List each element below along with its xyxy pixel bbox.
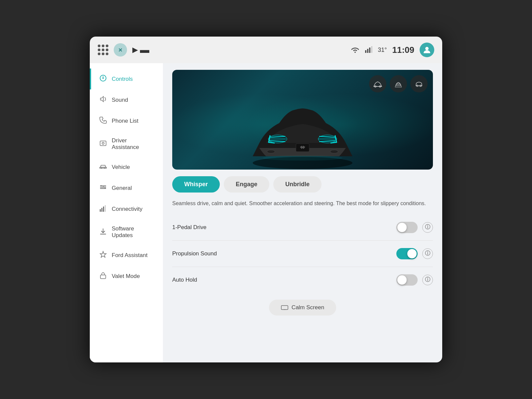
drive-mode-tabs: Whisper Engage Unbridle [172, 176, 433, 193]
svg-point-4 [425, 47, 429, 50]
sidebar-item-phone-list[interactable]: Phone List [90, 110, 163, 131]
mode-description: Seamless drive, calm and quiet. Smoother… [172, 199, 433, 208]
car-controls-overlay [369, 75, 428, 92]
svg-rect-20 [103, 206, 104, 212]
sidebar-item-valet-mode[interactable]: Valet Mode [90, 266, 163, 287]
user-avatar[interactable] [420, 43, 434, 57]
top-bar: × ▶▬ 31° 11:09 [90, 37, 442, 63]
svg-point-7 [102, 77, 104, 79]
close-button[interactable]: × [114, 43, 127, 57]
sidebar-item-software-updates[interactable]: Software Updates [90, 219, 163, 245]
sidebar-item-driver-assistance[interactable]: Driver Assistance [90, 131, 163, 157]
car-ctrl-top-btn[interactable] [410, 75, 428, 92]
sidebar-label-connectivity: Connectivity [112, 206, 143, 212]
propulsion-sound-info-btn[interactable]: ⓘ [422, 248, 433, 259]
driver-assistance-icon [99, 140, 107, 149]
sidebar-item-connectivity[interactable]: Connectivity [90, 199, 163, 219]
temperature-display: 31° [378, 47, 387, 54]
svg-rect-0 [365, 50, 366, 53]
media-icon[interactable]: ▶▬ [132, 45, 149, 55]
setting-row-one-pedal-drive: 1-Pedal Drive ⓘ [172, 214, 433, 241]
wifi-icon [350, 46, 360, 54]
main-content: Controls Sound Phone List [90, 63, 442, 362]
ford-assistant-icon [99, 251, 107, 260]
sidebar-label-ford-assistant: Ford Assistant [112, 252, 148, 259]
sidebar-label-phone-list: Phone List [112, 118, 138, 124]
vehicle-icon [99, 163, 107, 172]
svg-rect-23 [100, 275, 106, 279]
svg-rect-43 [281, 306, 288, 310]
sidebar-item-ford-assistant[interactable]: Ford Assistant [90, 245, 163, 266]
sidebar-label-software-updates: Software Updates [112, 225, 155, 239]
tab-unbridle[interactable]: Unbridle [273, 176, 322, 193]
settings-section: 1-Pedal Drive ⓘ Propulsion Sound ⓘ [172, 214, 433, 293]
grid-icon[interactable] [98, 45, 108, 55]
setting-row-propulsion-sound: Propulsion Sound ⓘ [172, 241, 433, 267]
one-pedal-drive-label: 1-Pedal Drive [172, 224, 396, 231]
car-ctrl-exterior-btn[interactable] [369, 75, 386, 92]
svg-rect-2 [369, 48, 370, 53]
svg-point-11 [104, 168, 105, 169]
svg-rect-21 [105, 205, 106, 212]
car-ctrl-interior-btn[interactable] [390, 75, 407, 92]
sidebar-label-controls: Controls [112, 76, 133, 82]
connectivity-icon [99, 204, 107, 213]
phone-icon [99, 116, 107, 125]
tab-engage[interactable]: Engage [224, 176, 269, 193]
sidebar-label-general: General [112, 185, 132, 192]
valet-mode-icon [99, 272, 107, 281]
sidebar-label-vehicle: Vehicle [112, 164, 130, 171]
svg-point-10 [101, 168, 102, 169]
general-icon [99, 184, 107, 193]
svg-point-34 [267, 150, 275, 153]
propulsion-sound-label: Propulsion Sound [172, 250, 396, 257]
svg-point-9 [102, 142, 104, 144]
auto-hold-info-btn[interactable]: ⓘ [422, 275, 433, 285]
controls-icon [99, 74, 107, 83]
sound-icon [99, 95, 107, 104]
svg-rect-8 [100, 141, 106, 146]
svg-rect-3 [371, 46, 372, 53]
sidebar-label-sound: Sound [112, 97, 128, 103]
svg-point-36 [263, 155, 342, 161]
propulsion-sound-toggle[interactable] [396, 248, 418, 259]
auto-hold-label: Auto Hold [172, 277, 396, 283]
tab-whisper[interactable]: Whisper [172, 176, 220, 193]
content-panel: Whisper Engage Unbridle Seamless drive, … [163, 63, 442, 362]
sidebar-label-valet-mode: Valet Mode [112, 273, 140, 280]
svg-point-35 [330, 150, 338, 153]
sidebar-item-controls[interactable]: Controls [90, 68, 163, 89]
setting-row-auto-hold: Auto Hold ⓘ [172, 267, 433, 293]
svg-rect-1 [367, 49, 368, 53]
one-pedal-drive-info-btn[interactable]: ⓘ [422, 222, 433, 233]
svg-rect-18 [100, 209, 101, 212]
calm-screen-label: Calm Screen [292, 304, 324, 311]
sidebar: Controls Sound Phone List [90, 63, 163, 362]
sidebar-item-vehicle[interactable]: Vehicle [90, 157, 163, 178]
top-bar-right: 31° 11:09 [350, 43, 434, 57]
sidebar-item-sound[interactable]: Sound [90, 89, 163, 110]
sidebar-label-driver-assistance: Driver Assistance [112, 137, 155, 151]
svg-point-6 [103, 76, 104, 77]
svg-rect-19 [101, 208, 102, 212]
calm-screen-button[interactable]: Calm Screen [269, 300, 336, 316]
svg-rect-44 [284, 310, 286, 310]
main-screen: × ▶▬ 31° 11:09 [90, 37, 442, 362]
auto-hold-toggle[interactable] [396, 274, 418, 286]
sidebar-item-general[interactable]: General [90, 178, 163, 199]
time-display: 11:09 [392, 45, 415, 55]
one-pedal-drive-toggle[interactable] [396, 222, 418, 233]
software-updates-icon [99, 228, 107, 237]
car-image [172, 70, 433, 170]
signal-icon [365, 46, 372, 54]
